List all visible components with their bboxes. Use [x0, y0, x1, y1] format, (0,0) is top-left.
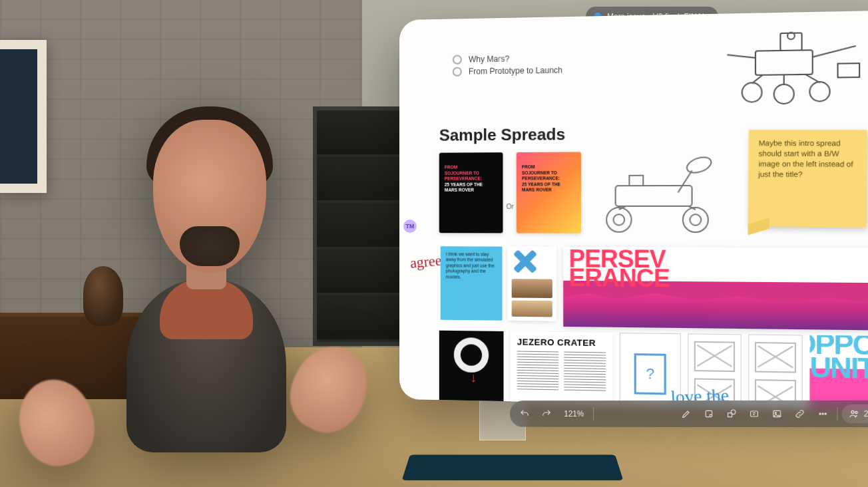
svg-point-6	[774, 84, 794, 104]
svg-point-15	[606, 208, 631, 232]
toolbar-separator	[837, 407, 838, 420]
sticky-note-text: Maybe this intro spread should start wit…	[758, 139, 853, 178]
cover-option-black[interactable]: FROM SOJOURNER TO PERSEVERANCE: 25 YEARS…	[439, 152, 503, 233]
section-heading: Sample Spreads	[439, 125, 565, 145]
opportunity-title: OPPO UNIT	[809, 335, 868, 380]
svg-point-32	[855, 411, 857, 413]
collaborators-button[interactable]: 2	[842, 405, 868, 423]
ring-graphic	[454, 337, 489, 373]
svg-point-28	[819, 413, 821, 414]
wireframe-tile[interactable]	[748, 334, 802, 408]
svg-point-31	[851, 410, 854, 413]
freeform-window[interactable]: Why Mars? From Prototype to Launch	[399, 11, 868, 409]
svg-point-12	[685, 154, 714, 176]
topic-label: From Prototype to Launch	[469, 65, 562, 76]
svg-point-29	[822, 413, 823, 414]
blue-note-text: I think we want to stay away from the si…	[446, 251, 495, 279]
opportunity-spread[interactable]: OPPO UNIT	[809, 335, 868, 409]
marker-tool-button[interactable]	[676, 404, 696, 424]
topic-label: Why Mars?	[469, 54, 509, 64]
blue-text-note[interactable]: I think we want to stay away from the si…	[441, 246, 503, 321]
zoom-level[interactable]: 121%	[558, 409, 588, 418]
sticky-note[interactable]: Maybe this intro spread should start wit…	[748, 130, 867, 228]
image-thumbnail	[512, 301, 552, 317]
more-button[interactable]	[813, 404, 833, 424]
body-text-placeholder	[517, 351, 606, 393]
svg-point-30	[825, 413, 826, 414]
svg-line-10	[805, 75, 820, 83]
text-box-button[interactable]	[744, 404, 764, 424]
toolbar-separator	[593, 407, 594, 420]
shapes-button[interactable]	[722, 404, 742, 424]
svg-point-5	[742, 82, 762, 102]
svg-rect-11	[838, 63, 860, 77]
center-on-more-tile[interactable]: ↓ center on more	[439, 331, 504, 409]
svg-point-27	[775, 412, 777, 414]
lunar-rover-drawing[interactable]	[588, 144, 734, 241]
svg-point-18	[690, 214, 701, 226]
link-button[interactable]	[790, 404, 810, 424]
x-mark-icon	[512, 249, 537, 274]
svg-point-16	[683, 208, 708, 232]
persona-beard	[180, 226, 240, 266]
svg-point-7	[809, 82, 829, 102]
bullet-circle-icon	[453, 67, 462, 77]
cover-text: FROM SOJOURNER TO PERSEVERANCE: 25 YEARS…	[439, 152, 503, 200]
svg-point-24	[732, 410, 736, 414]
cover-text: FROM SOJOURNER TO PERSEVERANCE: 25 YEARS…	[517, 152, 581, 200]
framed-picture	[0, 40, 47, 193]
freeform-toolbar: 121% 2	[510, 401, 868, 428]
svg-line-13	[678, 170, 692, 192]
jezero-crater-tile[interactable]: JEZERO CRATER	[511, 331, 613, 408]
svg-rect-0	[756, 50, 813, 75]
image-thumbnail	[512, 279, 552, 298]
arrow-down-icon: ↓	[470, 370, 477, 385]
collaborator-cursor-badge: TM	[403, 220, 417, 233]
redo-button[interactable]	[537, 404, 556, 424]
desk-folio	[402, 454, 624, 480]
svg-rect-25	[751, 411, 758, 416]
freeform-canvas[interactable]: Why Mars? From Prototype to Launch	[399, 11, 868, 409]
topic-item[interactable]: Why Mars?	[453, 53, 562, 65]
svg-line-4	[727, 55, 756, 59]
svg-rect-21	[629, 176, 643, 186]
svg-line-8	[752, 75, 763, 84]
svg-rect-1	[780, 33, 801, 51]
rover-line-drawing[interactable]	[713, 25, 868, 110]
collaborator-count: 2	[864, 409, 868, 418]
rejected-image-tile[interactable]	[508, 247, 556, 321]
perseverance-spread[interactable]: persev erance	[563, 247, 868, 330]
media-button[interactable]	[767, 404, 787, 424]
question-mark-icon: ?	[634, 353, 666, 395]
or-label: Or	[507, 203, 514, 210]
perseverance-title: persev erance	[563, 247, 868, 290]
svg-point-17	[614, 214, 625, 225]
svg-line-3	[813, 46, 856, 57]
svg-rect-22	[706, 410, 712, 416]
cover-option-gradient[interactable]: FROM SOJOURNER TO PERSEVERANCE: 25 YEARS…	[517, 152, 581, 233]
undo-button[interactable]	[515, 404, 535, 424]
spatial-scene: Mars issue - V6 final_FINAL Why Mars? Fr…	[0, 0, 868, 487]
people-icon	[849, 408, 859, 419]
spread-row-3: ↓ center on more JEZERO CRATER ?	[439, 331, 868, 409]
sticky-note-button[interactable]	[699, 404, 719, 424]
bullet-circle-icon	[453, 55, 462, 65]
facetime-persona[interactable]	[47, 113, 353, 486]
jezero-title: JEZERO CRATER	[517, 337, 606, 348]
topic-item[interactable]: From Prototype to Launch	[453, 65, 562, 76]
topic-checklist: Why Mars? From Prototype to Launch	[453, 51, 562, 79]
